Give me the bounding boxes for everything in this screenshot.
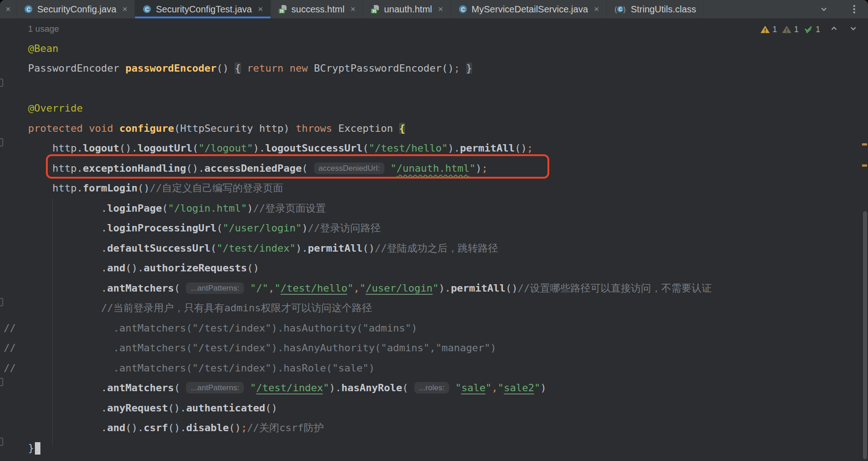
- error-stripe-warning-mark[interactable]: [862, 143, 867, 146]
- code-token: [4, 43, 28, 54]
- tab-securityconfigtest-java[interactable]: CSecurityConfigTest.java×: [135, 0, 271, 18]
- offscreen-tab-close-icon[interactable]: ×: [0, 0, 17, 18]
- code-token: ": [485, 382, 491, 394]
- code-token: (): [515, 142, 527, 154]
- svg-text:): ): [623, 6, 626, 13]
- navigable-url-string[interactable]: /test/hello: [281, 282, 348, 295]
- code-token: ;: [527, 142, 533, 154]
- code-line-8[interactable]: http.exceptionHandling().accessDeniedPag…: [4, 158, 868, 179]
- tab-close-icon[interactable]: ×: [438, 4, 443, 14]
- tab-stringutils-class[interactable]: (C)StringUtils.class: [607, 0, 704, 18]
- code-token: ": [433, 282, 439, 294]
- code-token: "/logout": [198, 142, 253, 154]
- vertical-scrollbar[interactable]: [863, 211, 867, 459]
- inlay-hint[interactable]: ...roles:: [414, 382, 449, 394]
- code-token: permitAll: [460, 142, 514, 154]
- inspection-widget: 111: [760, 24, 858, 35]
- tab-close-icon[interactable]: ×: [594, 4, 599, 14]
- code-token: [244, 282, 250, 294]
- inspection-warning-icon[interactable]: 1: [760, 25, 777, 34]
- gutter-mark-icon[interactable]: [0, 378, 3, 386]
- java-class-icon: C: [24, 5, 33, 14]
- code-line-1[interactable]: 1 usage: [4, 18, 868, 39]
- code-token: (): [137, 182, 150, 194]
- code-token: (: [174, 382, 186, 394]
- code-line-13[interactable]: .and().authorizeRequests(): [4, 258, 868, 278]
- code-area[interactable]: 1 usage @Bean PasswordEncoder passwordEn…: [0, 18, 868, 461]
- code-line-15[interactable]: //当前登录用户，只有具有admins权限才可以访问这个路径: [4, 298, 868, 318]
- inlay-hint[interactable]: ...antPatterns:: [186, 282, 244, 294]
- tab-success-html[interactable]: Hsuccess.html×: [271, 0, 364, 18]
- code-token: (: [363, 142, 369, 154]
- code-token: ).: [296, 242, 308, 254]
- tab-label: success.html: [292, 4, 345, 15]
- chevron-up-icon[interactable]: [829, 24, 839, 35]
- code-line-18[interactable]: // .antMatchers("/test/index").hasRole("…: [4, 358, 868, 378]
- navigable-url-string[interactable]: /test/index: [256, 382, 323, 394]
- gutter-mark-icon[interactable]: [0, 298, 3, 306]
- code-line-16[interactable]: // .antMatchers("/test/index").hasAuthor…: [4, 318, 868, 338]
- tab-unauth-html[interactable]: Hunauth.html×: [363, 0, 451, 18]
- code-token: ).: [329, 382, 342, 394]
- navigable-url-string[interactable]: /user/login: [366, 282, 433, 295]
- gutter-mark-icon[interactable]: [0, 438, 3, 446]
- inlay-hint[interactable]: accessDeniedUrl:: [314, 163, 384, 174]
- tab-close-icon[interactable]: ×: [350, 4, 355, 14]
- code-token: authenticated: [186, 402, 265, 414]
- error-stripe-warning-mark[interactable]: [862, 164, 867, 167]
- code-token: antMatchers: [107, 282, 174, 294]
- navigable-url-string[interactable]: sale: [461, 382, 485, 394]
- code-token: antMatchers: [107, 382, 174, 394]
- typo-flagged-string[interactable]: /unauth.html: [396, 163, 469, 174]
- svg-text:H: H: [372, 9, 376, 14]
- inspection-weak-warning-icon[interactable]: 1: [782, 25, 799, 34]
- code-token: {: [399, 123, 405, 134]
- chevron-down-icon[interactable]: [849, 24, 858, 35]
- code-editor[interactable]: 1 usage @Bean PasswordEncoder passwordEn…: [0, 18, 868, 461]
- code-line-20[interactable]: .anyRequest().authenticated(): [4, 398, 868, 418]
- code-line-2[interactable]: @Bean: [4, 39, 868, 59]
- code-line-22[interactable]: }: [4, 438, 868, 458]
- inlay-hint[interactable]: ...antPatterns:: [186, 382, 244, 394]
- code-line-5[interactable]: @Override: [4, 98, 868, 118]
- code-line-14[interactable]: .antMatchers( ...antPatterns: "/","/test…: [4, 278, 868, 298]
- code-token: BCryptPasswordEncoder(): [308, 62, 454, 74]
- code-line-6[interactable]: protected void configure(HttpSecurity ht…: [4, 118, 868, 139]
- code-token: configure: [119, 123, 174, 134]
- tab-close-icon[interactable]: ×: [122, 4, 127, 14]
- tab-close-icon[interactable]: ×: [258, 4, 263, 14]
- code-token: ": [498, 382, 504, 394]
- code-line-7[interactable]: http.logout().logoutUrl("/logout").logou…: [4, 138, 868, 158]
- code-line-12[interactable]: .defaultSuccessUrl("/test/index").permit…: [4, 238, 868, 259]
- tab-securityconfig-java[interactable]: CSecurityConfig.java×: [17, 0, 135, 18]
- code-token: http.: [4, 142, 83, 154]
- code-line-9[interactable]: http.formLogin()//自定义自己编写的登录页面: [4, 178, 868, 198]
- kebab-menu-icon[interactable]: [850, 4, 859, 14]
- code-line-4[interactable]: [4, 79, 868, 99]
- gutter-mark-icon[interactable]: [0, 79, 3, 87]
- navigable-url-string[interactable]: sale2: [504, 382, 534, 394]
- code-line-19[interactable]: .antMatchers( ...antPatterns: "/test/ind…: [4, 378, 868, 398]
- usages-inlay-hint[interactable]: 1 usage: [28, 24, 59, 34]
- code-line-3[interactable]: PasswordEncoder passwordEncoder() { retu…: [4, 58, 868, 79]
- tab-label: unauth.html: [384, 4, 432, 15]
- inspection-ok-check-icon[interactable]: 1: [803, 24, 820, 34]
- gutter-mark-icon[interactable]: [0, 138, 3, 146]
- code-line-21[interactable]: .and().csrf().disable();//关闭csrf防护: [4, 418, 868, 438]
- code-token: protected: [28, 123, 83, 134]
- tab-label: SecurityConfig.java: [37, 4, 116, 15]
- code-token: ().: [168, 422, 186, 433]
- tab-label: SecurityConfigTest.java: [156, 4, 252, 15]
- code-token: ): [541, 382, 547, 394]
- code-token: ().: [125, 262, 144, 274]
- code-token: "/test/index": [217, 242, 296, 254]
- code-token: (): [247, 262, 259, 274]
- chevron-down-icon[interactable]: [819, 5, 829, 14]
- code-token: .: [4, 262, 107, 274]
- code-line-17[interactable]: // .antMatchers("/test/index").hasAnyAut…: [4, 338, 868, 358]
- code-line-11[interactable]: .loginProcessingUrl("/user/login")//登录访问…: [4, 218, 868, 238]
- code-token: formLogin: [83, 182, 137, 194]
- tab-myservicedetailservice-java[interactable]: CMyServiceDetailService.java×: [451, 0, 607, 18]
- code-line-10[interactable]: .loginPage("/login.html")//登录页面设置: [4, 198, 868, 219]
- code-token: permitAll: [308, 242, 362, 254]
